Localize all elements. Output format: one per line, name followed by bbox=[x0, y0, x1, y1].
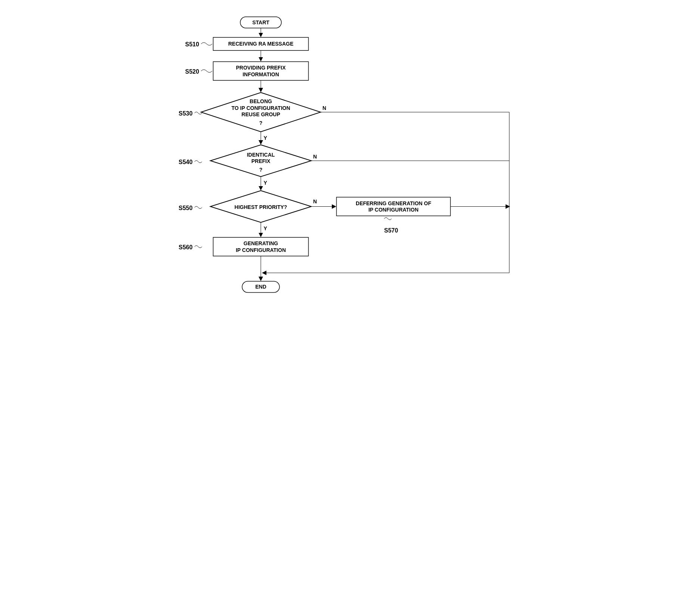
step-label-s510: S510 bbox=[185, 41, 199, 47]
terminal-end-label: END bbox=[255, 284, 266, 290]
process-s560-text-1: GENERATING bbox=[244, 240, 278, 246]
decision-s540-text-1: IDENTICAL bbox=[247, 152, 275, 158]
decision-s540-text-3: ? bbox=[259, 167, 263, 173]
step-label-s520: S520 bbox=[185, 68, 199, 75]
process-s560-text-2: IP CONFIGURATION bbox=[236, 247, 286, 253]
decision-s550-yes-label: Y bbox=[264, 225, 268, 231]
step-label-s550: S550 bbox=[179, 205, 192, 211]
process-s560 bbox=[213, 237, 309, 256]
terminal-start-label: START bbox=[252, 19, 269, 25]
decision-s540-text-2: PREFIX bbox=[251, 158, 271, 164]
decision-s530-text-3: REUSE GROUP bbox=[241, 111, 280, 117]
process-s510-text: RECEIVING RA MESSAGE bbox=[228, 41, 294, 47]
decision-s530-text-1: BELONG bbox=[250, 98, 272, 104]
process-s570 bbox=[337, 197, 451, 216]
step-label-s530: S530 bbox=[179, 110, 192, 117]
decision-s550-no-label: N bbox=[313, 198, 317, 204]
step-label-s540: S540 bbox=[179, 159, 192, 165]
decision-s550-text-1: HIGHEST PRIORITY? bbox=[235, 204, 287, 210]
process-s520 bbox=[213, 62, 309, 80]
process-s570-text-1: DEFERRING GENERATION OF bbox=[356, 200, 431, 206]
flowchart-diagram: START RECEIVING RA MESSAGE S510 PROVIDIN… bbox=[173, 7, 519, 315]
decision-s530-text-4: ? bbox=[259, 120, 263, 126]
decision-s530-no-label: N bbox=[322, 105, 326, 111]
decision-s530-yes-label: Y bbox=[264, 135, 268, 141]
process-s570-text-2: IP CONFIGURATION bbox=[368, 207, 418, 213]
step-label-s570: S570 bbox=[384, 227, 398, 234]
decision-s530-text-2: TO IP CONFIGURATION bbox=[231, 105, 290, 111]
step-label-s560: S560 bbox=[179, 244, 192, 250]
decision-s540-yes-label: Y bbox=[264, 180, 268, 186]
process-s520-text-2: INFORMATION bbox=[242, 71, 279, 77]
process-s520-text-1: PROVIDING PREFIX bbox=[236, 65, 286, 71]
decision-s540-no-label: N bbox=[313, 154, 317, 160]
